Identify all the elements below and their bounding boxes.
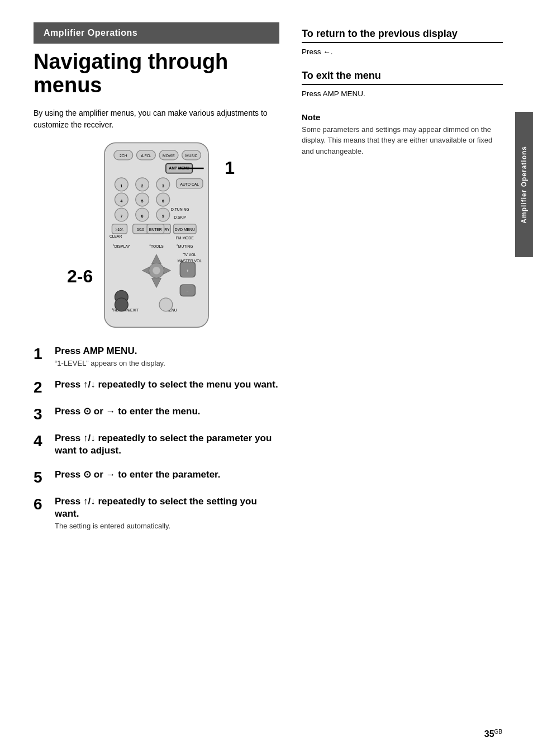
svg-text:AUTO CAL: AUTO CAL: [180, 182, 199, 186]
step-6-title: Press ↑/↓ repeatedly to select the setti…: [55, 495, 279, 520]
svg-text:1: 1: [121, 184, 123, 188]
svg-text:8: 8: [141, 214, 144, 218]
exit-menu-section: To exit the menu Press AMP MENU.: [302, 70, 503, 100]
svg-text:3: 3: [162, 184, 164, 188]
step-6: 6 Press ↑/↓ repeatedly to select the set…: [34, 495, 279, 531]
svg-text:+: +: [187, 269, 189, 273]
steps-list: 1 Press AMP MENU. “1-LEVEL” appears on t…: [34, 345, 279, 531]
note-section: Note Some parameters and settings may ap…: [302, 112, 503, 157]
svg-text:CLEAR: CLEAR: [110, 234, 122, 238]
svg-text:A.F.D.: A.F.D.: [141, 153, 151, 157]
svg-text:°TOOLS: °TOOLS: [149, 244, 164, 248]
step-5-number: 5: [34, 469, 55, 485]
step-1-title: Press AMP MENU.: [55, 345, 279, 357]
right-column: To return to the previous display Press …: [291, 22, 503, 734]
svg-text:MOVIE: MOVIE: [163, 153, 175, 157]
callout-1: 1: [225, 158, 235, 178]
step-3-number: 3: [34, 405, 55, 422]
step-3: 3 Press ⊙ or → to enter the menu.: [34, 405, 279, 422]
svg-text:4: 4: [121, 199, 123, 203]
svg-text:−: −: [187, 289, 189, 292]
step-6-number: 6: [34, 495, 55, 512]
page-container: Amplifier Operations Amplifier Operation…: [0, 0, 533, 756]
step-6-desc: The setting is entered automatically.: [55, 521, 279, 531]
step-2-number: 2: [34, 379, 55, 395]
exit-menu-title: To exit the menu: [302, 70, 503, 85]
step-4-number: 4: [34, 432, 55, 449]
intro-text: By using the amplifier menus, you can ma…: [34, 107, 279, 131]
svg-text:ENTER: ENTER: [149, 227, 162, 231]
step-4-title: Press ↑/↓ repeatedly to select the param…: [55, 432, 279, 457]
main-content: Amplifier Operations Navigating through …: [0, 0, 533, 756]
step-1-content: Press AMP MENU. “1-LEVEL” appears on the…: [55, 345, 279, 368]
step-5-title: Press ⊙ or → to enter the parameter.: [55, 469, 279, 481]
svg-point-56: [153, 267, 160, 275]
svg-text:°DISPLAY: °DISPLAY: [113, 244, 130, 248]
note-title: Note: [302, 112, 503, 122]
previous-display-section: To return to the previous display Press …: [302, 28, 503, 58]
svg-text:9: 9: [162, 214, 164, 218]
svg-text:6: 6: [162, 199, 164, 203]
left-column: Amplifier Operations Navigating through …: [34, 22, 291, 734]
step-6-content: Press ↑/↓ repeatedly to select the setti…: [55, 495, 279, 531]
svg-text:°MUTING: °MUTING: [177, 244, 193, 248]
step-1-desc: “1-LEVEL” appears on the display.: [55, 358, 279, 368]
svg-text:D.TUNING: D.TUNING: [171, 207, 189, 211]
svg-text:DVD MENU: DVD MENU: [175, 227, 195, 231]
step-2-title: Press ↑/↓ repeatedly to select the menu …: [55, 379, 279, 391]
previous-display-text: Press ←.: [302, 46, 503, 58]
svg-text:2CH: 2CH: [120, 153, 127, 157]
svg-text:TV VOL: TV VOL: [183, 253, 196, 257]
step-2: 2 Press ↑/↓ repeatedly to select the men…: [34, 379, 279, 395]
step-5-content: Press ⊙ or → to enter the parameter.: [55, 469, 279, 482]
svg-point-64: [115, 298, 129, 311]
note-text: Some parameters and settings may appear …: [302, 124, 503, 157]
previous-display-title: To return to the previous display: [302, 28, 503, 43]
page-title: Navigating through menus: [34, 50, 279, 97]
side-tab-label: Amplifier Operations: [520, 146, 528, 224]
svg-text:D.SKIP: D.SKIP: [174, 215, 187, 219]
svg-text:7: 7: [121, 214, 123, 218]
step-1-number: 1: [34, 345, 55, 362]
callout-26: 2-6: [67, 266, 93, 287]
page-number: 35GB: [484, 729, 502, 739]
svg-text:2: 2: [141, 184, 144, 188]
svg-text:FM MODE: FM MODE: [176, 236, 194, 240]
remote-svg: 2CH A.F.D. MOVIE MUSIC AMP MENU ← 1: [95, 141, 218, 330]
remote-illustration: 1 2-6 2CH A.F.D. MOVIE MUSIC AMP: [95, 141, 218, 332]
svg-text:5: 5: [141, 199, 144, 203]
step-4: 4 Press ↑/↓ repeatedly to select the par…: [34, 432, 279, 458]
section-banner: Amplifier Operations: [34, 22, 279, 44]
svg-point-65: [159, 298, 173, 311]
svg-text:MUSIC: MUSIC: [185, 153, 198, 157]
exit-menu-text: Press AMP MENU.: [302, 88, 503, 100]
side-tab: Amplifier Operations: [515, 112, 533, 257]
svg-text:0/10: 0/10: [137, 227, 144, 231]
step-2-content: Press ↑/↓ repeatedly to select the menu …: [55, 379, 279, 392]
step-3-title: Press ⊙ or → to enter the menu.: [55, 405, 279, 418]
step-4-content: Press ↑/↓ repeatedly to select the param…: [55, 432, 279, 458]
step-1: 1 Press AMP MENU. “1-LEVEL” appears on t…: [34, 345, 279, 368]
step-3-content: Press ⊙ or → to enter the menu.: [55, 405, 279, 419]
svg-text:>10/-: >10/-: [115, 227, 124, 231]
step-5: 5 Press ⊙ or → to enter the parameter.: [34, 469, 279, 485]
